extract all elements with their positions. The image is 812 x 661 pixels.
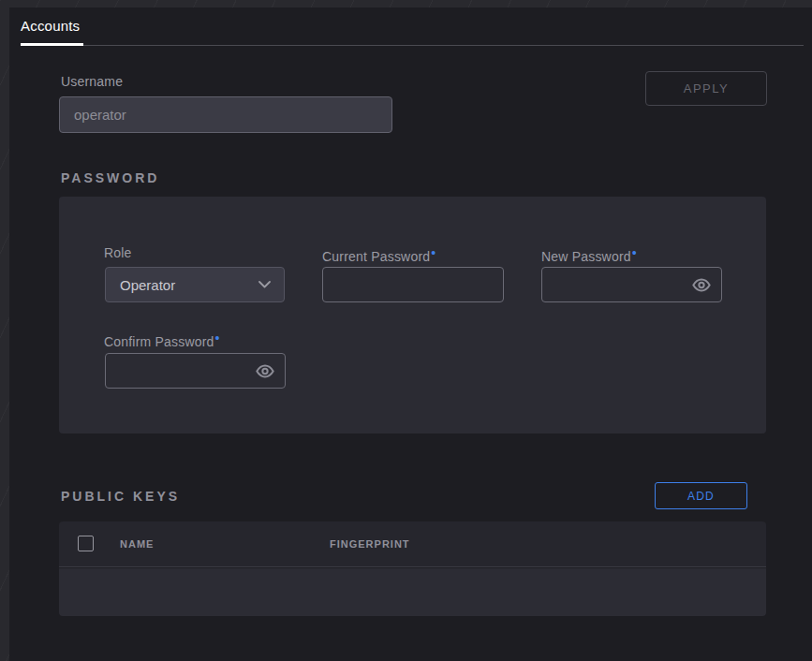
accounts-settings-screen: Accounts Username APPLY PASSWORD Role Op… (0, 0, 812, 661)
role-selected-value: Operator (120, 277, 175, 293)
current-password-input[interactable] (322, 267, 504, 302)
tab-accounts[interactable]: Accounts (21, 18, 80, 34)
show-password-eye-icon[interactable] (690, 276, 713, 293)
confirm-password-label-text: Confirm Password (104, 334, 214, 349)
chevron-down-icon (258, 281, 271, 288)
current-password-label: Current Password• (322, 245, 436, 264)
required-marker: • (431, 245, 436, 260)
username-input[interactable] (59, 96, 392, 133)
public-keys-table-body-empty (59, 568, 766, 616)
select-all-checkbox[interactable] (78, 536, 94, 551)
current-password-label-text: Current Password (322, 249, 430, 264)
role-select[interactable]: Operator (105, 267, 285, 302)
required-marker: • (632, 245, 637, 260)
active-tab-indicator (21, 43, 83, 46)
confirm-password-field-wrap (105, 353, 286, 389)
tab-bar-divider (21, 45, 804, 46)
password-panel (59, 197, 766, 433)
new-password-label: New Password• (541, 245, 637, 264)
password-section-heading: PASSWORD (61, 170, 159, 185)
confirm-password-label: Confirm Password• (104, 330, 220, 349)
role-label: Role (104, 245, 132, 260)
public-keys-section-heading: PUBLIC KEYS (61, 489, 180, 504)
apply-button[interactable]: APPLY (645, 71, 767, 106)
new-password-label-text: New Password (541, 249, 631, 264)
public-keys-table-header (59, 521, 766, 567)
column-header-name: NAME (120, 538, 154, 550)
required-marker: • (215, 330, 220, 345)
column-header-fingerprint: FINGERPRINT (330, 538, 410, 550)
show-password-eye-icon[interactable] (254, 362, 276, 379)
add-public-key-button[interactable]: ADD (655, 482, 747, 509)
current-password-field-wrap (322, 267, 504, 302)
new-password-field-wrap (541, 267, 722, 302)
username-label: Username (61, 74, 123, 89)
